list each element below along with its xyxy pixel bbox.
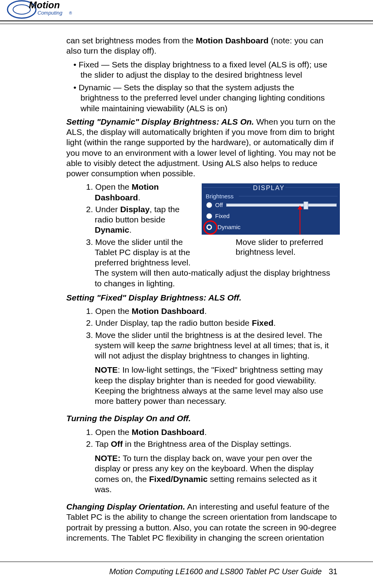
text: in the Brightness area of the Display se… [123, 439, 291, 448]
brightness-slider-off[interactable] [226, 203, 337, 207]
text-bold: Fixed/Dynamic [149, 474, 208, 483]
fixed-step-3: 3. Move the slider until the brightness … [66, 330, 330, 361]
dynamic-heading-paragraph: Setting "Dynamic" Display Brightness: AL… [66, 117, 337, 179]
bullet-fixed: Fixed — Sets the display brightness to a… [66, 60, 330, 80]
brightness-mode-bullets: Fixed — Sets the display brightness to a… [66, 60, 337, 114]
orientation-paragraph: Changing Display Orientation. An interes… [66, 502, 337, 543]
onoff-steps: 1. Open the Motion Dashboard. 2. Tap Off… [66, 427, 337, 450]
intro-paragraph: can set brightness modes from the Motion… [66, 35, 337, 56]
text-bold: Motion Dashboard [132, 306, 204, 315]
dyn-step-1: 1. Open the Motion Dashboard. [66, 182, 188, 203]
svg-text:Computing: Computing [37, 10, 63, 16]
fixed-step-1: 1. Open the Motion Dashboard. [66, 306, 330, 316]
svg-point-1 [13, 5, 30, 14]
brightness-figure: DISPLAY Brightness Off Fixed [202, 183, 340, 257]
rule-icon [285, 187, 338, 188]
text: 2. Under Display, tap the radio button b… [86, 318, 252, 327]
brightness-row-fixed: Fixed [206, 212, 337, 220]
note-body: : In low-light settings, the "Fixed" bri… [95, 365, 323, 405]
text: 1. Open the [86, 306, 132, 315]
note-label: NOTE [95, 365, 118, 374]
dyn-step-2: 2. Under Display, tap the radio button b… [66, 204, 188, 235]
bullet-dynamic: Dynamic — Sets the display so that the s… [66, 82, 330, 114]
header-rule-thick [0, 21, 373, 21]
motion-dashboard-panel: DISPLAY Brightness Off Fixed [202, 183, 340, 235]
annotation-circle-icon [203, 220, 217, 235]
text-bold: Dynamic [95, 225, 129, 234]
onoff-step-1: 1. Open the Motion Dashboard. [66, 427, 330, 437]
brand-logo: Motion Computing ® [6, 0, 81, 21]
text: 2. Tap [86, 439, 111, 448]
text: . [204, 306, 207, 315]
radio-fixed-label: Fixed [215, 213, 230, 220]
panel-title: DISPLAY [253, 184, 285, 192]
note-label: NOTE: [95, 454, 120, 463]
fixed-steps: 1. Open the Motion Dashboard. 2. Under D… [66, 306, 337, 361]
text: 2. Under [86, 205, 120, 214]
radio-fixed[interactable] [206, 213, 212, 219]
svg-text:Motion: Motion [29, 0, 60, 10]
page-footer: Motion Computing LE1600 and LS800 Tablet… [109, 567, 337, 576]
brightness-row-off: Off [206, 201, 337, 209]
text: . [204, 427, 207, 437]
footer-title: Motion Computing LE1600 and LS800 Tablet… [109, 567, 322, 576]
brightness-label: Brightness [206, 193, 234, 200]
onoff-heading: Turning the Display On and Off. [66, 413, 337, 424]
dynamic-steps: 1. Open the Motion Dashboard. 2. Under D… [66, 182, 195, 289]
fixed-heading: Setting "Fixed" Display Brightness: ALS … [66, 293, 337, 303]
onoff-step-2: 2. Tap Off in the Brightness area of the… [66, 439, 330, 449]
text: . [129, 225, 132, 234]
section-heading: Changing Display Orientation. [66, 502, 185, 511]
text-bold: Motion Dashboard [132, 427, 204, 437]
body-text-column: can set brightness modes from the Motion… [66, 24, 337, 543]
figure-caption: Move slider to preferred brightness leve… [236, 237, 340, 257]
radio-off[interactable] [206, 202, 212, 208]
radio-off-label: Off [215, 202, 223, 209]
page-header: Motion Computing ® [24, 0, 349, 24]
text-italic: same [171, 341, 191, 350]
fixed-step-2: 2. Under Display, tap the radio button b… [66, 318, 330, 328]
radio-dynamic-label: Dynamic [217, 224, 240, 231]
note-fixed-brightness: NOTE: In low-light settings, the "Fixed"… [95, 365, 330, 406]
footer-rule [0, 562, 373, 562]
text-bold: Motion Dashboard [196, 36, 268, 45]
header-rule-thin [0, 24, 373, 24]
text: . [138, 193, 141, 202]
rule-icon [203, 187, 251, 188]
svg-text:®: ® [69, 11, 72, 15]
brightness-row-dynamic: Dynamic [206, 223, 337, 231]
text: 1. Open the [86, 182, 132, 191]
annotation-arrow-icon [300, 206, 300, 235]
text-bold: Fixed [252, 318, 274, 327]
rule-icon [239, 196, 337, 196]
slider-thumb-icon[interactable] [304, 202, 308, 209]
text: . [274, 318, 276, 327]
text: 1. Open the [86, 427, 132, 437]
text: can set brightness modes from the [66, 36, 196, 45]
note-turn-back-on: NOTE: To turn the display back on, wave … [95, 453, 330, 495]
page-number: 31 [329, 567, 337, 576]
text-bold: Off [111, 439, 123, 448]
text-bold: Display [120, 205, 150, 214]
section-heading: Setting "Dynamic" Display Brightness: AL… [66, 117, 254, 126]
